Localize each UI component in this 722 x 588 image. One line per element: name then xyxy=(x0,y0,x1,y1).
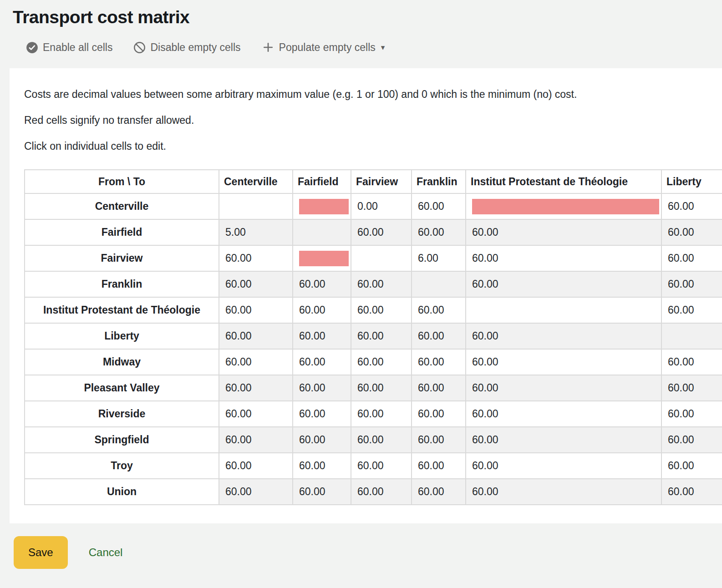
page-title: Transport cost matrix xyxy=(13,7,722,27)
cost-cell[interactable]: 60.00 xyxy=(661,427,722,453)
cost-cell[interactable]: 60.00 xyxy=(412,219,466,245)
cost-cell[interactable]: 60.00 xyxy=(661,401,722,427)
cost-cell[interactable]: 60.00 xyxy=(219,349,293,375)
row-header-cell: Fairfield xyxy=(25,219,219,245)
cost-cell[interactable]: 60.00 xyxy=(219,245,293,271)
matrix-row: Union60.0060.0060.0060.0060.0060.00 xyxy=(25,479,722,505)
cost-cell[interactable]: 60.00 xyxy=(661,271,722,297)
cost-cell[interactable]: 60.00 xyxy=(351,375,412,401)
cost-cell[interactable]: 60.00 xyxy=(351,297,412,323)
plus-icon xyxy=(262,41,275,54)
ban-icon xyxy=(133,41,146,54)
cost-cell[interactable]: 60.00 xyxy=(219,297,293,323)
cost-cell[interactable]: 60.00 xyxy=(219,401,293,427)
cost-cell[interactable]: 60.00 xyxy=(351,453,412,479)
disable-empty-cells-label: Disable empty cells xyxy=(150,41,240,54)
cost-cell[interactable]: 60.00 xyxy=(661,297,722,323)
cost-cell[interactable]: 60.00 xyxy=(661,479,722,505)
cost-cell[interactable]: 60.00 xyxy=(661,193,722,219)
cost-cell[interactable]: 60.00 xyxy=(293,349,351,375)
cost-cell[interactable]: 60.00 xyxy=(412,427,466,453)
cost-cell[interactable]: 60.00 xyxy=(293,479,351,505)
cost-cell[interactable]: 60.00 xyxy=(412,375,466,401)
cost-cell[interactable]: 60.00 xyxy=(412,401,466,427)
cost-cell[interactable]: 60.00 xyxy=(466,245,661,271)
cost-cell[interactable]: 60.00 xyxy=(293,323,351,349)
cancel-link[interactable]: Cancel xyxy=(89,546,123,559)
cost-cell[interactable]: 60.00 xyxy=(466,479,661,505)
matrix-panel: Costs are decimal values between some ar… xyxy=(10,68,722,523)
populate-empty-cells-button[interactable]: Populate empty cells ▾ xyxy=(262,41,385,54)
blocked-cell[interactable] xyxy=(466,193,661,219)
matrix-row: Franklin60.0060.0060.0060.0060.00 xyxy=(25,271,722,297)
cost-cell[interactable]: 60.00 xyxy=(351,271,412,297)
cost-cell[interactable]: 60.00 xyxy=(466,349,661,375)
cost-cell[interactable]: 60.00 xyxy=(219,271,293,297)
cost-cell[interactable]: 60.00 xyxy=(293,297,351,323)
matrix-row: Fairfield5.0060.0060.0060.0060.00 xyxy=(25,219,722,245)
cost-cell[interactable]: 60.00 xyxy=(661,245,722,271)
toolbar: Enable all cells Disable empty cells Pop… xyxy=(26,41,722,54)
cost-cell[interactable]: 60.00 xyxy=(466,453,661,479)
cost-cell[interactable]: 60.00 xyxy=(351,401,412,427)
cost-cell[interactable]: 60.00 xyxy=(351,323,412,349)
diagonal-empty-cell[interactable] xyxy=(661,323,722,349)
cost-cell[interactable]: 60.00 xyxy=(412,297,466,323)
cost-cell[interactable]: 60.00 xyxy=(219,375,293,401)
diagonal-empty-cell[interactable] xyxy=(351,245,412,271)
cost-cell[interactable]: 60.00 xyxy=(219,323,293,349)
cost-cell[interactable]: 60.00 xyxy=(293,401,351,427)
cost-cell[interactable]: 60.00 xyxy=(219,427,293,453)
cost-cell[interactable]: 60.00 xyxy=(466,219,661,245)
row-header-cell: Pleasant Valley xyxy=(25,375,219,401)
cost-cell[interactable]: 60.00 xyxy=(466,271,661,297)
cost-cell[interactable]: 60.00 xyxy=(412,479,466,505)
cost-cell[interactable]: 60.00 xyxy=(219,479,293,505)
cost-cell[interactable]: 60.00 xyxy=(293,271,351,297)
cost-cell[interactable]: 60.00 xyxy=(661,453,722,479)
diagonal-empty-cell[interactable] xyxy=(219,193,293,219)
row-header-cell: Fairview xyxy=(25,245,219,271)
blocked-indicator xyxy=(472,199,659,214)
check-circle-icon xyxy=(26,41,38,54)
cost-cell[interactable]: 60.00 xyxy=(219,453,293,479)
diagonal-empty-cell[interactable] xyxy=(466,297,661,323)
cost-cell[interactable]: 60.00 xyxy=(661,219,722,245)
blocked-cell[interactable] xyxy=(293,193,351,219)
cost-cell[interactable]: 60.00 xyxy=(293,427,351,453)
cost-cell[interactable]: 60.00 xyxy=(466,401,661,427)
cost-cell[interactable]: 60.00 xyxy=(661,375,722,401)
cost-cell[interactable]: 60.00 xyxy=(351,427,412,453)
cost-matrix-table: From \ ToCentervilleFairfieldFairviewFra… xyxy=(24,169,722,505)
cost-cell[interactable]: 60.00 xyxy=(351,349,412,375)
row-header-cell: Institut Protestant de Théologie xyxy=(25,297,219,323)
blocked-cell[interactable] xyxy=(293,245,351,271)
populate-empty-cells-label: Populate empty cells xyxy=(279,41,376,54)
column-header: Franklin xyxy=(412,170,466,193)
matrix-head: From \ ToCentervilleFairfieldFairviewFra… xyxy=(25,170,722,193)
row-header-cell: Union xyxy=(25,479,219,505)
save-button[interactable]: Save xyxy=(14,536,68,569)
cost-cell[interactable]: 60.00 xyxy=(293,375,351,401)
column-header: Fairview xyxy=(351,170,412,193)
disable-empty-cells-button[interactable]: Disable empty cells xyxy=(133,41,240,54)
diagonal-empty-cell[interactable] xyxy=(412,271,466,297)
cost-cell[interactable]: 60.00 xyxy=(351,219,412,245)
cost-cell[interactable]: 60.00 xyxy=(412,193,466,219)
cost-cell[interactable]: 6.00 xyxy=(412,245,466,271)
cost-cell[interactable]: 60.00 xyxy=(412,323,466,349)
enable-all-cells-button[interactable]: Enable all cells xyxy=(26,41,112,54)
cost-cell[interactable]: 60.00 xyxy=(466,323,661,349)
cost-cell[interactable]: 5.00 xyxy=(219,219,293,245)
cost-cell[interactable]: 0.00 xyxy=(351,193,412,219)
cost-cell[interactable]: 60.00 xyxy=(466,427,661,453)
cost-cell[interactable]: 60.00 xyxy=(466,375,661,401)
column-header: Fairfield xyxy=(293,170,351,193)
matrix-row: Troy60.0060.0060.0060.0060.0060.00 xyxy=(25,453,722,479)
cost-cell[interactable]: 60.00 xyxy=(412,349,466,375)
cost-cell[interactable]: 60.00 xyxy=(293,453,351,479)
cost-cell[interactable]: 60.00 xyxy=(351,479,412,505)
cost-cell[interactable]: 60.00 xyxy=(412,453,466,479)
diagonal-empty-cell[interactable] xyxy=(293,219,351,245)
cost-cell[interactable]: 60.00 xyxy=(661,349,722,375)
